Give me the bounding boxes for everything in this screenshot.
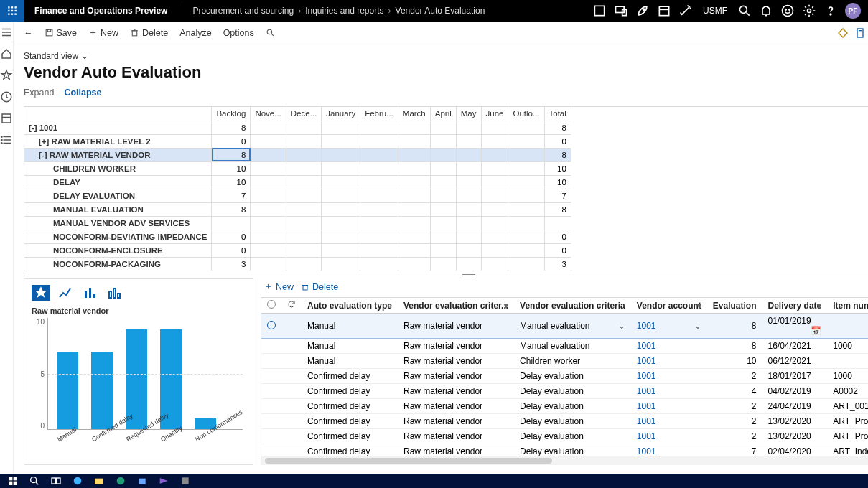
tree-row[interactable]: NOCONFORM-DEVIATING IMPEDANCE00	[24, 230, 571, 243]
tree-row[interactable]: DELAY EVALUATION77	[24, 189, 571, 202]
attach-icon[interactable]	[854, 27, 866, 39]
chart-tab-line[interactable]	[56, 285, 75, 301]
tree-row[interactable]: [-] RAW MATERIAL VENDOR88	[24, 148, 571, 161]
column-header[interactable]: Dece...	[286, 107, 321, 121]
table-row[interactable]: Confirmed delayRaw material vendorDelay …	[261, 369, 868, 384]
filter-icon[interactable]: ▾	[817, 301, 824, 308]
column-header[interactable]: Nove...	[251, 107, 286, 121]
column-header[interactable]	[261, 298, 281, 314]
chevron-down-icon[interactable]: ⌄	[618, 321, 625, 331]
tree-row[interactable]: [+] RAW MATERIAL LEVEL 200	[24, 134, 571, 148]
tree-row[interactable]: CHILDREN WORKER1010	[24, 161, 571, 175]
breadcrumb-item[interactable]: Inquiries and reports	[305, 6, 383, 16]
filter-icon[interactable]: ▾	[504, 301, 511, 308]
delete-button[interactable]: Delete	[126, 25, 172, 41]
calendar-icon[interactable]	[657, 4, 671, 18]
column-header[interactable]: Evaluation	[707, 298, 762, 314]
breadcrumb-item[interactable]: Procurement and sourcing	[192, 6, 294, 16]
back-button[interactable]: ←	[19, 25, 37, 41]
search-icon[interactable]	[737, 4, 752, 18]
save-button[interactable]: Save	[40, 25, 82, 41]
chart-tab-column[interactable]	[105, 285, 123, 301]
new-button[interactable]: New	[84, 25, 123, 41]
summary-tree-grid[interactable]: BacklogNove...Dece...JanuaryFebru...Marc…	[24, 106, 868, 271]
refresh-icon[interactable]	[287, 300, 296, 309]
table-row[interactable]: ManualRaw material vendorManual evaluati…	[261, 339, 868, 354]
avatar[interactable]: PF	[845, 3, 861, 19]
column-header[interactable]	[281, 298, 302, 314]
app-explorer-icon[interactable]	[93, 475, 105, 487]
column-header[interactable]: Backlog	[212, 107, 251, 121]
column-header[interactable]: March	[398, 107, 430, 121]
column-header[interactable]: June	[481, 107, 508, 121]
analyze-button[interactable]: Analyze	[175, 25, 215, 41]
clock-icon[interactable]	[0, 90, 13, 103]
bell-icon[interactable]	[759, 4, 773, 18]
search-taskbar-icon[interactable]	[29, 475, 40, 487]
table-row[interactable]: Confirmed delayRaw material vendorDelay …	[261, 414, 868, 429]
column-header[interactable]: Vendor account▾	[631, 298, 707, 314]
app-edge-icon[interactable]	[115, 475, 126, 487]
details-delete-button[interactable]: Delete	[301, 281, 338, 293]
start-icon[interactable]	[7, 475, 19, 487]
column-header[interactable]: Febru...	[360, 107, 398, 121]
column-header[interactable]: January	[322, 107, 360, 121]
column-header[interactable]	[24, 107, 212, 121]
tree-row[interactable]: NOCONFORM-PACKAGING33	[24, 257, 571, 271]
company-picker[interactable]: USMF	[700, 6, 730, 16]
view-selector[interactable]: Standard view⌄	[24, 51, 88, 61]
sort-asc-icon[interactable]: ↑	[388, 301, 395, 308]
calendar-icon[interactable]: 📅	[811, 326, 821, 336]
tree-row[interactable]: DELAY1010	[24, 175, 571, 189]
scrollbar-horizontal[interactable]	[261, 456, 868, 465]
app-generic-icon[interactable]	[179, 475, 191, 487]
table-row[interactable]: Confirmed delayRaw material vendorDelay …	[261, 444, 868, 457]
splitter-horizontal[interactable]	[14, 271, 868, 278]
column-header[interactable]: May	[456, 107, 481, 121]
tree-row[interactable]: MANUAL EVALUATION88	[24, 202, 571, 216]
find-button[interactable]	[261, 25, 279, 40]
home-icon[interactable]	[0, 47, 13, 60]
table-row[interactable]: ManualRaw material vendorManual evaluati…	[261, 314, 868, 339]
app-launcher-icon[interactable]	[0, 0, 24, 22]
details-new-button[interactable]: ＋New	[263, 281, 294, 293]
smile-icon[interactable]	[780, 4, 795, 18]
table-row[interactable]: Confirmed delayRaw material vendorDelay …	[261, 429, 868, 444]
column-header[interactable]: Outlo...	[508, 107, 544, 121]
collapse-link[interactable]: Collapse	[64, 88, 101, 98]
wand-icon[interactable]	[678, 4, 693, 18]
column-header[interactable]: Vendor evaluation criter...▾	[398, 298, 514, 314]
options-button[interactable]: Options	[219, 25, 258, 41]
tree-row[interactable]: [-] 100188	[24, 121, 571, 134]
tree-row[interactable]: NOCONFORM-ENCLOSURE00	[24, 243, 571, 257]
column-header[interactable]: Delivery date▾	[762, 298, 828, 314]
column-header[interactable]: Vendor evaluation criteria	[514, 298, 631, 314]
select-all-radio[interactable]	[267, 300, 276, 309]
rocket-icon[interactable]	[635, 4, 650, 18]
module-icon[interactable]	[0, 112, 13, 125]
chart-tab-star[interactable]	[32, 285, 50, 301]
chevron-down-icon[interactable]: ⌄	[694, 321, 701, 331]
column-header[interactable]: Auto evaluation type↑	[302, 298, 398, 314]
column-header[interactable]: Total	[544, 107, 571, 121]
chart-tab-bar[interactable]	[80, 285, 99, 301]
column-header[interactable]: April	[430, 107, 456, 121]
expand-link[interactable]: Expand	[24, 88, 54, 98]
app-store-icon[interactable]	[136, 475, 148, 487]
breadcrumb-item[interactable]: Vendor Auto Evaluation	[396, 6, 485, 16]
app-vs-icon[interactable]	[158, 475, 169, 487]
window-icon[interactable]	[592, 4, 607, 18]
star-icon[interactable]	[0, 69, 13, 82]
hamburger-icon[interactable]	[0, 26, 13, 39]
table-row[interactable]: ManualRaw material vendorChildren worker…	[261, 354, 868, 369]
taskview-icon[interactable]	[50, 475, 62, 487]
table-row[interactable]: Confirmed delayRaw material vendorDelay …	[261, 399, 868, 414]
column-header[interactable]: Item numbe	[827, 298, 868, 314]
help-icon[interactable]	[823, 4, 838, 18]
filter-icon[interactable]: ▾	[697, 301, 704, 308]
list-icon[interactable]	[0, 133, 13, 146]
gear-icon[interactable]	[802, 4, 816, 18]
diamond-icon[interactable]	[837, 27, 849, 39]
app-ie-icon[interactable]	[72, 475, 83, 487]
devices-icon[interactable]	[614, 4, 628, 18]
